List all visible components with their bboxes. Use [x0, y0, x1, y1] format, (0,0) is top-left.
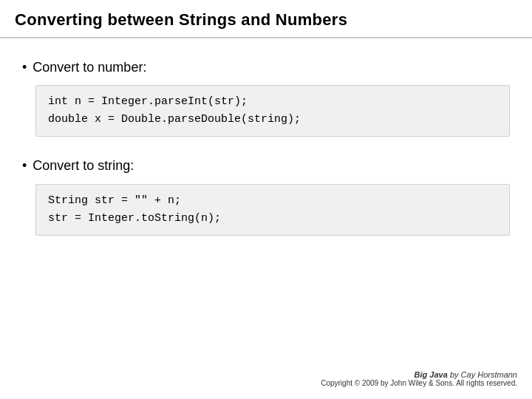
code-block-2: String str = "" + n; str = Integer.toStr… — [35, 184, 510, 236]
bullet-label-2: Convert to string: — [33, 157, 134, 174]
bullet-label-1: Convert to number: — [33, 59, 146, 76]
footer-book-author: by Cay Horstmann — [448, 370, 517, 379]
slide: Converting between Strings and Numbers •… — [0, 0, 532, 399]
code-line-2-1: String str = "" + n; — [48, 192, 497, 210]
footer-book-title-em: Big Java — [415, 370, 448, 379]
bullet-heading-1: • Convert to number: — [22, 59, 510, 76]
footer: Big Java by Cay Horstmann Copyright © 20… — [321, 370, 517, 387]
code-line-2-2: str = Integer.toString(n); — [48, 210, 497, 228]
code-block-1: int n = Integer.parseInt(str); double x … — [35, 85, 510, 137]
footer-copyright: Copyright © 2009 by John Wiley & Sons. A… — [321, 379, 517, 387]
bullet-dot-2: • — [22, 157, 27, 174]
title-bar: Converting between Strings and Numbers — [0, 0, 532, 38]
code-line-1-1: int n = Integer.parseInt(str); — [48, 93, 497, 111]
footer-book-title: Big Java by Cay Horstmann — [321, 370, 517, 379]
bullet-heading-2: • Convert to string: — [22, 157, 510, 174]
code-line-1-2: double x = Double.parseDouble(string); — [48, 111, 497, 129]
content-area: • Convert to number: int n = Integer.par… — [0, 38, 532, 271]
bullet-section-1: • Convert to number: int n = Integer.par… — [22, 59, 510, 137]
bullet-dot-1: • — [22, 59, 27, 76]
slide-title: Converting between Strings and Numbers — [15, 10, 347, 29]
bullet-section-2: • Convert to string: String str = "" + n… — [22, 157, 510, 235]
